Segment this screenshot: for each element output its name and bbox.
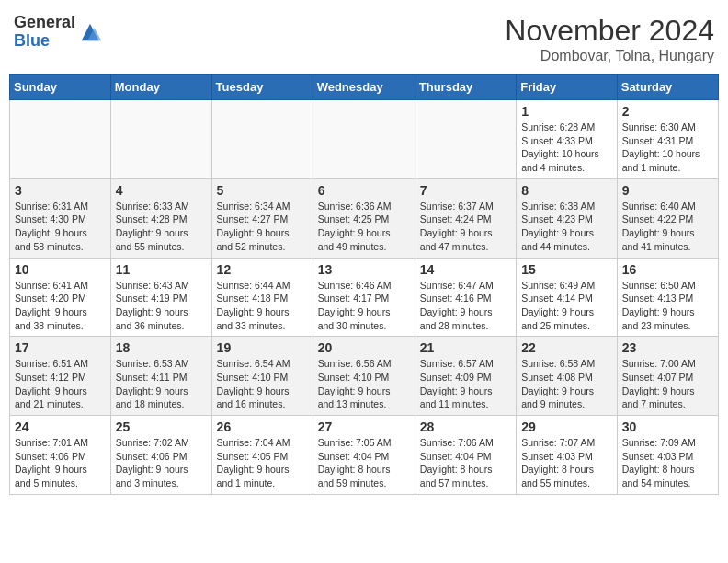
day-number: 5: [217, 183, 308, 198]
day-info: Sunrise: 7:09 AM Sunset: 4:03 PM Dayligh…: [622, 436, 713, 490]
day-number: 26: [217, 419, 308, 434]
week-row-2: 3Sunrise: 6:31 AM Sunset: 4:30 PM Daylig…: [10, 178, 719, 258]
day-number: 9: [622, 183, 713, 198]
calendar-cell: 18Sunrise: 6:53 AM Sunset: 4:11 PM Dayli…: [110, 337, 211, 416]
day-number: 18: [116, 340, 207, 355]
calendar-cell: 8Sunrise: 6:38 AM Sunset: 4:23 PM Daylig…: [517, 178, 618, 258]
calendar-cell: 11Sunrise: 6:43 AM Sunset: 4:19 PM Dayli…: [110, 258, 211, 337]
day-number: 14: [420, 262, 511, 277]
calendar-cell: [313, 100, 415, 179]
day-number: 24: [15, 419, 106, 434]
day-info: Sunrise: 7:01 AM Sunset: 4:06 PM Dayligh…: [15, 436, 106, 490]
calendar-cell: 20Sunrise: 6:56 AM Sunset: 4:10 PM Dayli…: [313, 337, 415, 416]
column-header-wednesday: Wednesday: [313, 75, 415, 100]
column-header-saturday: Saturday: [617, 75, 718, 100]
day-info: Sunrise: 6:46 AM Sunset: 4:17 PM Dayligh…: [318, 279, 410, 333]
logo-icon: [77, 19, 103, 45]
day-info: Sunrise: 7:07 AM Sunset: 4:03 PM Dayligh…: [521, 436, 612, 490]
day-number: 10: [15, 262, 106, 277]
column-header-sunday: Sunday: [10, 75, 111, 100]
day-number: 8: [521, 183, 612, 198]
day-info: Sunrise: 6:50 AM Sunset: 4:13 PM Dayligh…: [622, 279, 713, 333]
day-number: 11: [116, 262, 207, 277]
day-number: 30: [622, 419, 713, 434]
day-info: Sunrise: 6:43 AM Sunset: 4:19 PM Dayligh…: [116, 279, 207, 333]
calendar-cell: 10Sunrise: 6:41 AM Sunset: 4:20 PM Dayli…: [10, 258, 111, 337]
day-number: 22: [521, 340, 612, 355]
calendar-table: SundayMondayTuesdayWednesdayThursdayFrid…: [9, 74, 719, 495]
calendar-cell: 17Sunrise: 6:51 AM Sunset: 4:12 PM Dayli…: [10, 337, 111, 416]
day-info: Sunrise: 7:05 AM Sunset: 4:04 PM Dayligh…: [318, 436, 410, 490]
week-row-4: 17Sunrise: 6:51 AM Sunset: 4:12 PM Dayli…: [10, 337, 719, 416]
day-number: 4: [116, 183, 207, 198]
day-info: Sunrise: 7:04 AM Sunset: 4:05 PM Dayligh…: [217, 436, 308, 490]
calendar-cell: 1Sunrise: 6:28 AM Sunset: 4:33 PM Daylig…: [517, 100, 618, 179]
calendar-cell: 14Sunrise: 6:47 AM Sunset: 4:16 PM Dayli…: [415, 258, 516, 337]
calendar-cell: 25Sunrise: 7:02 AM Sunset: 4:06 PM Dayli…: [110, 416, 211, 495]
day-number: 19: [217, 340, 308, 355]
calendar-cell: 28Sunrise: 7:06 AM Sunset: 4:04 PM Dayli…: [415, 416, 516, 495]
day-number: 27: [318, 419, 410, 434]
calendar-cell: [110, 100, 211, 179]
calendar-cell: [10, 100, 111, 179]
calendar-header-row: SundayMondayTuesdayWednesdayThursdayFrid…: [10, 75, 719, 100]
calendar-cell: 6Sunrise: 6:36 AM Sunset: 4:25 PM Daylig…: [313, 178, 415, 258]
day-info: Sunrise: 6:56 AM Sunset: 4:10 PM Dayligh…: [318, 357, 410, 411]
calendar-cell: [211, 100, 313, 179]
day-info: Sunrise: 6:54 AM Sunset: 4:10 PM Dayligh…: [217, 357, 308, 411]
day-info: Sunrise: 6:51 AM Sunset: 4:12 PM Dayligh…: [15, 357, 106, 411]
day-number: 20: [318, 340, 410, 355]
calendar-cell: 22Sunrise: 6:58 AM Sunset: 4:08 PM Dayli…: [517, 337, 618, 416]
day-number: 12: [217, 262, 308, 277]
day-number: 6: [318, 183, 410, 198]
day-number: 2: [622, 104, 713, 119]
calendar-cell: 19Sunrise: 6:54 AM Sunset: 4:10 PM Dayli…: [211, 337, 313, 416]
day-number: 1: [521, 104, 612, 119]
day-number: 13: [318, 262, 410, 277]
day-info: Sunrise: 6:30 AM Sunset: 4:31 PM Dayligh…: [622, 121, 713, 175]
calendar-cell: 27Sunrise: 7:05 AM Sunset: 4:04 PM Dayli…: [313, 416, 415, 495]
column-header-thursday: Thursday: [415, 75, 516, 100]
day-number: 29: [521, 419, 612, 434]
calendar-cell: 3Sunrise: 6:31 AM Sunset: 4:30 PM Daylig…: [10, 178, 111, 258]
header: General Blue November 2024 Dombovar, Tol…: [9, 9, 719, 64]
calendar-cell: 16Sunrise: 6:50 AM Sunset: 4:13 PM Dayli…: [617, 258, 718, 337]
day-info: Sunrise: 6:41 AM Sunset: 4:20 PM Dayligh…: [15, 279, 106, 333]
day-info: Sunrise: 6:44 AM Sunset: 4:18 PM Dayligh…: [217, 279, 308, 333]
day-info: Sunrise: 6:57 AM Sunset: 4:09 PM Dayligh…: [420, 357, 511, 411]
day-info: Sunrise: 6:47 AM Sunset: 4:16 PM Dayligh…: [420, 279, 511, 333]
week-row-1: 1Sunrise: 6:28 AM Sunset: 4:33 PM Daylig…: [10, 100, 719, 179]
calendar-cell: 26Sunrise: 7:04 AM Sunset: 4:05 PM Dayli…: [211, 416, 313, 495]
day-number: 23: [622, 340, 713, 355]
logo-general-text: General: [14, 14, 75, 32]
calendar-cell: 4Sunrise: 6:33 AM Sunset: 4:28 PM Daylig…: [110, 178, 211, 258]
day-info: Sunrise: 7:00 AM Sunset: 4:07 PM Dayligh…: [622, 357, 713, 411]
day-info: Sunrise: 7:06 AM Sunset: 4:04 PM Dayligh…: [420, 436, 511, 490]
week-row-3: 10Sunrise: 6:41 AM Sunset: 4:20 PM Dayli…: [10, 258, 719, 337]
calendar-cell: 29Sunrise: 7:07 AM Sunset: 4:03 PM Dayli…: [517, 416, 618, 495]
column-header-monday: Monday: [110, 75, 211, 100]
day-info: Sunrise: 6:49 AM Sunset: 4:14 PM Dayligh…: [521, 279, 612, 333]
calendar-cell: 12Sunrise: 6:44 AM Sunset: 4:18 PM Dayli…: [211, 258, 313, 337]
day-number: 28: [420, 419, 511, 434]
day-info: Sunrise: 6:38 AM Sunset: 4:23 PM Dayligh…: [521, 200, 612, 254]
day-info: Sunrise: 6:40 AM Sunset: 4:22 PM Dayligh…: [622, 200, 713, 254]
day-number: 15: [521, 262, 612, 277]
calendar-cell: 21Sunrise: 6:57 AM Sunset: 4:09 PM Dayli…: [415, 337, 516, 416]
day-info: Sunrise: 6:58 AM Sunset: 4:08 PM Dayligh…: [521, 357, 612, 411]
title-area: November 2024 Dombovar, Tolna, Hungary: [505, 14, 714, 64]
calendar-cell: [415, 100, 516, 179]
location-title: Dombovar, Tolna, Hungary: [505, 48, 714, 64]
calendar-cell: 23Sunrise: 7:00 AM Sunset: 4:07 PM Dayli…: [617, 337, 718, 416]
calendar-cell: 2Sunrise: 6:30 AM Sunset: 4:31 PM Daylig…: [617, 100, 718, 179]
day-info: Sunrise: 6:34 AM Sunset: 4:27 PM Dayligh…: [217, 200, 308, 254]
calendar-cell: 7Sunrise: 6:37 AM Sunset: 4:24 PM Daylig…: [415, 178, 516, 258]
day-info: Sunrise: 6:33 AM Sunset: 4:28 PM Dayligh…: [116, 200, 207, 254]
day-info: Sunrise: 6:37 AM Sunset: 4:24 PM Dayligh…: [420, 200, 511, 254]
day-info: Sunrise: 6:36 AM Sunset: 4:25 PM Dayligh…: [318, 200, 410, 254]
day-number: 3: [15, 183, 106, 198]
calendar-cell: 15Sunrise: 6:49 AM Sunset: 4:14 PM Dayli…: [517, 258, 618, 337]
column-header-tuesday: Tuesday: [211, 75, 313, 100]
logo-blue-text: Blue: [14, 32, 75, 51]
logo: General Blue: [14, 14, 103, 51]
